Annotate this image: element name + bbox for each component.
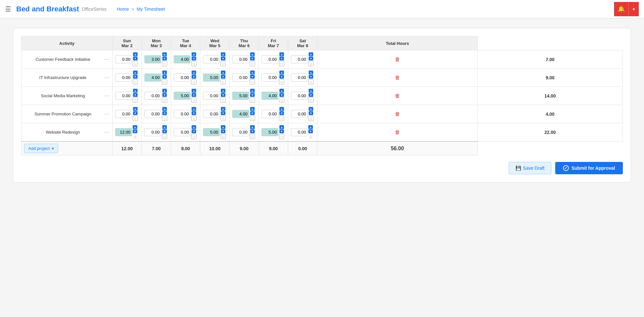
note-button[interactable]: □ (162, 134, 167, 139)
hours-input[interactable] (144, 55, 161, 63)
hours-input[interactable] (232, 73, 249, 82)
increment-button[interactable]: ▲ (250, 125, 255, 129)
hours-input[interactable] (203, 73, 220, 82)
increment-button[interactable]: ▲ (279, 107, 284, 111)
note-button[interactable]: □ (133, 98, 138, 103)
delete-row-button[interactable]: 🗑 (395, 93, 400, 99)
note-button[interactable]: □ (279, 61, 284, 66)
note-button[interactable]: □ (250, 134, 255, 139)
increment-button[interactable]: ▲ (308, 125, 313, 129)
increment-button[interactable]: ▲ (133, 107, 138, 111)
hours-input[interactable] (203, 92, 220, 100)
increment-button[interactable]: ▲ (221, 89, 225, 93)
decrement-button[interactable]: ▼ (133, 57, 138, 60)
decrement-button[interactable]: ▼ (309, 93, 313, 97)
increment-button[interactable]: ▲ (309, 71, 313, 74)
note-button[interactable]: □ (162, 61, 167, 66)
hours-input[interactable] (115, 110, 132, 118)
note-button[interactable]: □ (221, 98, 226, 103)
increment-button[interactable]: ▲ (309, 52, 313, 56)
decrement-button[interactable]: ▼ (309, 57, 313, 60)
note-button[interactable]: □ (221, 79, 226, 85)
hours-input[interactable] (291, 73, 308, 82)
increment-button[interactable]: ▲ (279, 89, 284, 93)
hours-input[interactable] (203, 110, 220, 118)
hours-input[interactable] (174, 92, 191, 100)
increment-button[interactable]: ▲ (133, 71, 138, 74)
increment-button[interactable]: ▲ (192, 52, 196, 56)
increment-button[interactable]: ▲ (162, 89, 167, 93)
decrement-button[interactable]: ▼ (133, 75, 138, 79)
hours-input[interactable] (291, 110, 308, 118)
decrement-button[interactable]: ▼ (279, 75, 284, 79)
decrement-button[interactable]: ▼ (250, 93, 255, 97)
increment-button[interactable]: ▲ (221, 71, 225, 74)
note-button[interactable]: □ (250, 79, 255, 85)
note-button[interactable]: □ (191, 61, 196, 66)
decrement-button[interactable]: ▼ (279, 57, 284, 60)
decrement-button[interactable]: ▼ (221, 129, 225, 133)
note-button[interactable]: □ (250, 116, 255, 121)
hours-input[interactable] (174, 128, 191, 136)
decrement-button[interactable]: ▼ (162, 75, 167, 79)
increment-button[interactable]: ▲ (279, 52, 284, 56)
increment-button[interactable]: ▲ (162, 71, 167, 74)
save-draft-button[interactable]: 💾 Save Draft (509, 162, 551, 174)
note-button[interactable]: □ (250, 61, 255, 66)
note-button[interactable]: □ (162, 116, 167, 121)
decrement-button[interactable]: ▼ (309, 75, 313, 79)
hours-input[interactable] (174, 73, 191, 82)
decrement-button[interactable]: ▼ (309, 111, 313, 115)
increment-button[interactable]: ▲ (162, 52, 167, 56)
hours-input[interactable] (232, 128, 249, 136)
hours-input[interactable] (144, 110, 161, 118)
hours-input[interactable] (291, 92, 308, 100)
activity-options-button[interactable]: ··· (104, 111, 110, 117)
note-button[interactable]: □ (279, 98, 284, 103)
note-button[interactable]: □ (308, 79, 314, 85)
increment-button[interactable]: ▲ (221, 125, 225, 129)
note-button[interactable]: □ (162, 79, 167, 85)
increment-button[interactable]: ▲ (279, 71, 284, 74)
hours-input[interactable] (144, 92, 161, 100)
increment-button[interactable]: ▲ (250, 52, 255, 56)
hours-input[interactable] (174, 110, 191, 118)
note-button[interactable]: □ (162, 98, 167, 103)
note-button[interactable]: □ (250, 98, 255, 103)
increment-button[interactable]: ▲ (250, 71, 255, 74)
activity-options-button[interactable]: ··· (104, 129, 110, 135)
decrement-button[interactable]: ▼ (250, 57, 255, 60)
increment-button[interactable]: ▲ (250, 89, 255, 93)
increment-button[interactable]: ▲ (309, 107, 313, 111)
delete-row-button[interactable]: 🗑 (395, 75, 400, 81)
hours-input[interactable] (115, 73, 132, 82)
hours-input[interactable] (291, 55, 308, 63)
hours-input[interactable] (291, 128, 308, 136)
decrement-button[interactable]: ▼ (162, 129, 167, 133)
decrement-button[interactable]: ▼ (279, 93, 284, 97)
decrement-button[interactable]: ▼ (308, 129, 313, 133)
increment-button[interactable]: ▲ (309, 89, 313, 93)
decrement-button[interactable]: ▼ (162, 57, 167, 60)
add-project-button[interactable]: Add project ▾ (24, 144, 58, 153)
note-button[interactable]: □ (308, 98, 314, 103)
hours-input[interactable] (262, 73, 278, 82)
decrement-button[interactable]: ▼ (192, 75, 196, 79)
increment-button[interactable]: ▲ (192, 89, 196, 93)
submit-for-approval-button[interactable]: ✓ Submit for Approval (555, 162, 623, 174)
note-button[interactable]: □ (191, 79, 196, 85)
increment-button[interactable]: ▲ (162, 107, 167, 111)
activity-options-button[interactable]: ··· (104, 93, 110, 99)
note-button[interactable]: □ (221, 61, 226, 66)
increment-button[interactable]: ▲ (192, 125, 196, 129)
notification-bell-button[interactable]: 🔔 (614, 2, 628, 16)
delete-row-button[interactable]: 🗑 (395, 57, 400, 62)
note-button[interactable]: □ (133, 79, 138, 85)
note-button[interactable]: □ (133, 61, 138, 66)
increment-button[interactable]: ▲ (133, 52, 138, 56)
hours-input[interactable] (262, 55, 278, 63)
decrement-button[interactable]: ▼ (192, 111, 196, 115)
decrement-button[interactable]: ▼ (133, 93, 138, 97)
note-button[interactable]: □ (191, 98, 196, 103)
hours-input[interactable] (232, 55, 249, 63)
